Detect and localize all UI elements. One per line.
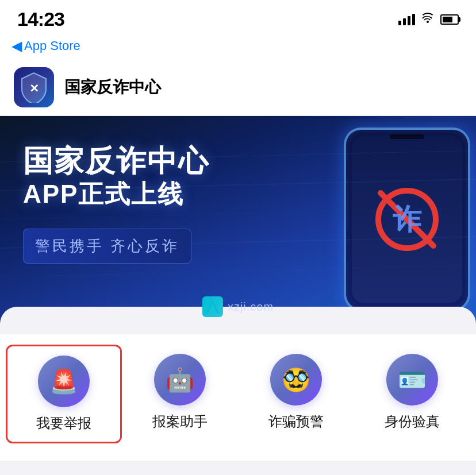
status-time: 14:23 bbox=[17, 8, 64, 30]
wifi-icon bbox=[421, 13, 435, 26]
feature-icon-case-assistant: 🤖 bbox=[154, 354, 206, 406]
hero-subtitle-box: 警民携手 齐心反诈 bbox=[23, 229, 191, 264]
back-button[interactable]: ◀ App Store bbox=[11, 38, 80, 53]
feature-item-report[interactable]: 🚨我要举报 bbox=[6, 345, 122, 443]
fraud-character: 诈 bbox=[393, 200, 421, 239]
hero-subtitle: 警民携手 齐心反诈 bbox=[35, 237, 179, 254]
feature-item-fraud-warning[interactable]: 🥸诈骗预警 bbox=[238, 345, 354, 440]
feature-item-case-assistant[interactable]: 🤖报案助手 bbox=[122, 345, 238, 440]
status-bar: 14:23 bbox=[0, 0, 476, 34]
battery-icon bbox=[440, 14, 459, 25]
app-header: ✕ 国家反诈中心 bbox=[0, 59, 476, 116]
watermark-text: xzji.com bbox=[228, 300, 274, 314]
feature-label-fraud-warning: 诈骗预警 bbox=[268, 412, 324, 431]
feature-label-case-assistant: 报案助手 bbox=[152, 412, 208, 431]
hero-title-2: APP正式上线 bbox=[23, 177, 209, 211]
feature-grid: 🚨我要举报🤖报案助手🥸诈骗预警🪪身份验真 bbox=[0, 333, 476, 461]
watermark: xzji.com bbox=[202, 296, 274, 317]
watermark-logo bbox=[202, 296, 223, 317]
app-logo: ✕ bbox=[14, 67, 54, 107]
feature-label-id-verify: 身份验真 bbox=[385, 412, 440, 431]
signal-icon bbox=[398, 14, 415, 25]
feature-icon-id-verify: 🪪 bbox=[386, 354, 438, 406]
feature-item-id-verify[interactable]: 🪪身份验真 bbox=[354, 345, 470, 440]
hero-title-1: 国家反诈中心 bbox=[23, 145, 209, 177]
feature-icon-report: 🚨 bbox=[38, 356, 90, 407]
svg-line-5 bbox=[0, 265, 476, 277]
nav-bar: ◀ App Store bbox=[0, 34, 476, 59]
svg-text:✕: ✕ bbox=[29, 82, 39, 95]
app-name: 国家反诈中心 bbox=[64, 76, 161, 98]
feature-icon-fraud-warning: 🥸 bbox=[270, 354, 322, 406]
hero-content: 国家反诈中心 APP正式上线 警民携手 齐心反诈 bbox=[23, 145, 209, 264]
status-icons bbox=[398, 13, 459, 26]
hero-banner: 国家反诈中心 APP正式上线 警民携手 齐心反诈 诈 bbox=[0, 116, 476, 334]
feature-row: 🚨我要举报🤖报案助手🥸诈骗预警🪪身份验真 bbox=[6, 345, 470, 443]
feature-label-report: 我要举报 bbox=[36, 414, 91, 432]
back-label: App Store bbox=[24, 38, 80, 53]
back-arrow-icon: ◀ bbox=[11, 39, 22, 53]
